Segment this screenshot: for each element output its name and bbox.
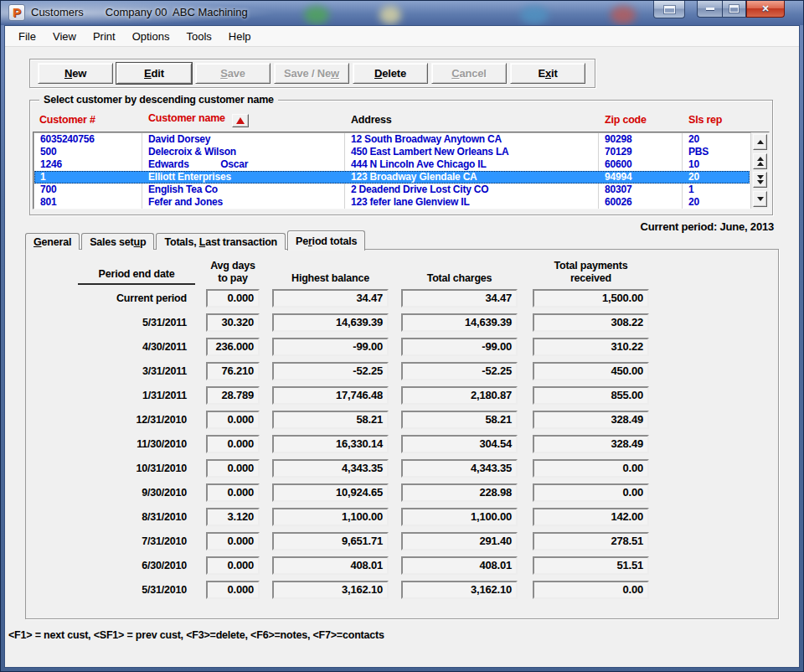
period-row: 10/31/20100.0004,343.354,343.350.00 [78, 459, 649, 478]
list-scrollbar[interactable] [750, 132, 769, 209]
customer-cell: 700 [34, 184, 142, 196]
customer-row[interactable]: 6035240756David Dorsey12 South Broadway … [34, 133, 750, 146]
customer-cell: Delecroix & Wilson [142, 146, 345, 158]
customer-row[interactable]: 1246Edwards Oscar444 N Lincoln Ave Chica… [34, 158, 750, 171]
period-end-date-label: Current period [78, 292, 195, 304]
tab-totals-last-transaction[interactable]: Totals, Last transaction [156, 233, 286, 250]
scroll-up-button[interactable] [753, 134, 767, 150]
scroll-page-up-button[interactable] [753, 153, 767, 169]
toolbar: NewEditSaveSave / NewDeleteCancelExit [29, 59, 595, 88]
total-charges-value: 58.21 [401, 411, 518, 429]
customer-cell: 444 N Lincoln Ave Chicago IL [345, 158, 599, 171]
total-charges-value: 34.47 [401, 289, 518, 308]
period-end-date-label: 11/30/2010 [78, 438, 195, 450]
customer-cell: 12 South Broadway Anytown CA [345, 133, 599, 146]
column-header-label: Zip code [605, 114, 647, 126]
period-end-date-label: 8/31/2010 [78, 511, 195, 523]
avg-days-value: 3.120 [206, 508, 260, 526]
menu-item-help[interactable]: Help [220, 26, 260, 46]
period-end-date-label: 12/31/2010 [78, 414, 195, 426]
save-button[interactable]: Save [195, 63, 271, 84]
tab-strip: Current period: June, 2013 GeneralSales … [25, 230, 799, 250]
period-column-header-line: Period end date [78, 268, 195, 281]
popout-button[interactable] [653, 1, 685, 18]
avg-days-value: 0.000 [206, 435, 260, 453]
period-totals-panel: Period end dateAvg daysto payHighest bal… [25, 249, 779, 619]
period-end-date-label: 10/31/2010 [78, 463, 195, 474]
period-row: 3/31/201176.210-52.25-52.25450.00 [78, 362, 649, 380]
menu-item-options[interactable]: Options [124, 26, 178, 46]
column-header-customer-: Customer # [33, 114, 142, 126]
column-header-customer-name: Customer name [142, 112, 344, 127]
menu-item-print[interactable]: Print [85, 26, 124, 46]
period-column-header: Total paymentsreceived [533, 260, 649, 285]
period-row: 8/31/20103.1201,100.001,100.00142.00 [78, 508, 649, 526]
period-end-date-label: 7/31/2010 [78, 535, 195, 547]
customer-cell: 80307 [599, 184, 683, 196]
menu-item-view[interactable]: View [44, 26, 85, 46]
window-title-app: Customers [31, 6, 84, 18]
maximize-button[interactable] [722, 1, 746, 18]
arrow-down-icon [757, 180, 764, 184]
column-header-label: Customer # [39, 114, 95, 126]
highest-balance-value: 17,746.48 [272, 386, 389, 405]
column-header-label: Sls rep [688, 114, 722, 126]
highest-balance-value: 1,100.00 [272, 508, 389, 526]
tab-general[interactable]: General [25, 233, 80, 250]
highest-balance-value: 408.01 [272, 556, 389, 575]
title-bar: P CustomersCompany 00 ABC Machining ✕ [1, 1, 803, 25]
tab-period-totals[interactable]: Period totals [287, 230, 365, 251]
total-charges-value: 14,639.39 [401, 313, 518, 332]
total-payments-value: 328.49 [533, 411, 649, 429]
exit-button[interactable]: Exit [510, 63, 585, 84]
period-table-body: Current period0.00034.4734.471,500.005/3… [78, 289, 649, 599]
customer-row[interactable]: 801Fefer and Jones123 fefer lane Glenvie… [34, 196, 750, 209]
period-column-header-line: Total payments [533, 260, 649, 272]
customer-row[interactable]: 1Elliott Enterprises123 Broadway Glendal… [34, 171, 750, 184]
tab-sales-setup[interactable]: Sales setup [81, 233, 154, 250]
app-icon: P [8, 4, 25, 21]
highest-balance-value: 14,639.39 [272, 313, 389, 332]
customer-cell: 1 [34, 171, 142, 184]
maximize-icon [729, 5, 739, 13]
delete-button[interactable]: Delete [353, 63, 428, 84]
scroll-page-down-button[interactable] [753, 172, 767, 188]
total-charges-value: 3,162.10 [401, 581, 518, 599]
highest-balance-value: 58.21 [272, 411, 389, 429]
customer-cell: Edwards Oscar [142, 158, 345, 171]
minimize-button[interactable] [697, 1, 722, 18]
period-column-header-line: Total charges [401, 272, 518, 285]
column-header-label: Address [351, 114, 392, 126]
save-new-button[interactable]: Save / New [274, 63, 349, 84]
highest-balance-value: 4,343.35 [272, 459, 389, 478]
period-row: 7/31/20100.0009,651.71291.40278.51 [78, 532, 649, 551]
customer-list-header: Customer #Customer nameAddressZip codeSl… [33, 110, 770, 130]
cancel-button[interactable]: Cancel [431, 63, 507, 84]
close-button[interactable]: ✕ [746, 1, 785, 18]
total-payments-value: 0.00 [533, 459, 649, 478]
sort-ascending-button[interactable] [232, 114, 249, 127]
customer-cell: 70129 [599, 146, 683, 158]
avg-days-value: 0.000 [206, 411, 260, 429]
period-end-date-label: 3/31/2011 [78, 365, 195, 377]
glass-blob [379, 6, 401, 24]
total-charges-value: 291.40 [401, 532, 518, 551]
glass-blob [520, 6, 549, 24]
customer-cell: Fefer and Jones [142, 196, 345, 209]
edit-button[interactable]: Edit [116, 63, 192, 84]
period-end-date-label: 6/30/2010 [78, 560, 195, 571]
menu-item-file[interactable]: File [10, 26, 44, 46]
period-row: 5/31/201130.32014,639.3914,639.39308.22 [78, 313, 649, 332]
highest-balance-value: -99.00 [272, 338, 389, 356]
customer-cell: 2 Deadend Drive Lost City CO [345, 184, 599, 196]
customer-row[interactable]: 500Delecroix & Wilson450 East Lambert Ne… [34, 146, 750, 158]
period-row: 4/30/2011236.000-99.00-99.00310.22 [78, 338, 649, 356]
new-button[interactable]: New [38, 63, 113, 84]
scroll-down-button[interactable] [753, 191, 767, 207]
period-row: 12/31/20100.00058.2158.21328.49 [78, 411, 649, 429]
period-column-header-line: to pay [206, 272, 260, 285]
status-bar: <F1> = next cust, <SF1> = prev cust, <F3… [8, 629, 799, 641]
arrow-up-icon [757, 162, 764, 166]
menu-item-tools[interactable]: Tools [178, 26, 219, 46]
customer-row[interactable]: 700English Tea Co2 Deadend Drive Lost Ci… [34, 184, 750, 196]
